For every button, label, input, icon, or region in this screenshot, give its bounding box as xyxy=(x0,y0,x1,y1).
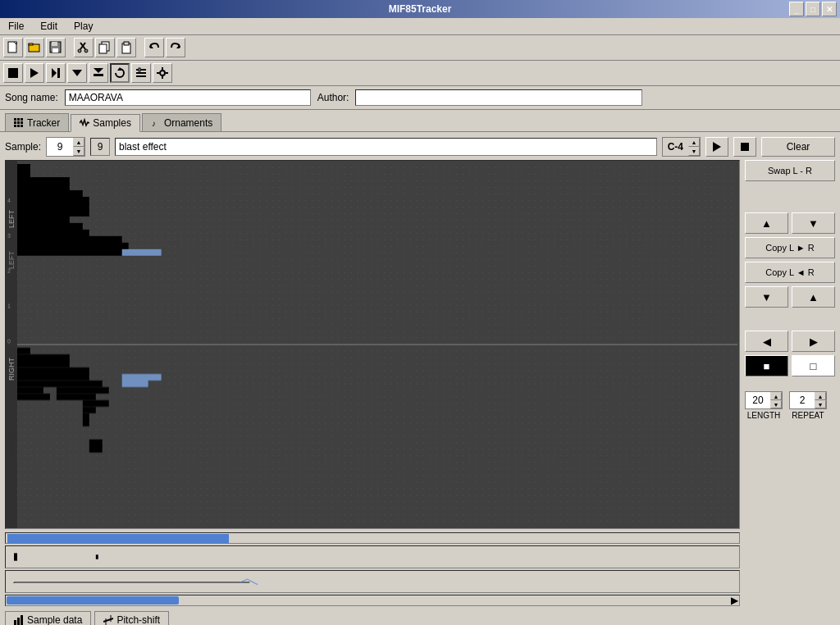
maximize-button[interactable]: □ xyxy=(806,2,820,16)
right-up-button[interactable]: ▲ xyxy=(792,286,835,308)
repeat-down[interactable]: ▼ xyxy=(815,400,826,408)
svg-marker-17 xyxy=(30,68,39,78)
sample-label: Sample: xyxy=(5,141,41,153)
stop-button[interactable] xyxy=(3,63,23,83)
cut-button[interactable] xyxy=(74,38,94,57)
minimize-button[interactable]: _ xyxy=(789,2,804,16)
song-name-input[interactable] xyxy=(65,89,311,106)
tab-ornaments-label: Ornaments xyxy=(164,117,212,129)
sample-number-spinbtns: ▲ ▼ xyxy=(73,138,84,156)
tab-pitch-shift[interactable]: Pitch-shift xyxy=(94,611,169,625)
svg-rect-2 xyxy=(29,43,33,45)
menu-file[interactable]: File xyxy=(3,20,29,33)
clear-button[interactable]: Clear xyxy=(761,137,835,157)
waveform-scrollbar[interactable] xyxy=(5,532,740,544)
menu-edit[interactable]: Edit xyxy=(35,20,62,33)
fill-white-button[interactable]: □ xyxy=(792,355,835,376)
svg-rect-32 xyxy=(166,72,168,74)
svg-rect-33 xyxy=(14,118,16,121)
sample-stop-button[interactable] xyxy=(733,137,756,157)
sample-number-spinbox: 9 ▲ ▼ xyxy=(46,137,85,157)
left-up-button[interactable]: ▲ xyxy=(745,212,788,234)
new-button[interactable] xyxy=(3,38,23,57)
waveform-canvas-wrap[interactable]: LEFT RIGHT xyxy=(5,160,740,529)
settings-button[interactable] xyxy=(153,63,172,83)
length-repeat-row: 20 ▲ ▼ LENGTH 2 ▲ ▼ xyxy=(745,391,835,420)
song-name-label: Song name: xyxy=(5,92,58,103)
song-bar: Song name: Author: xyxy=(0,86,840,110)
svg-rect-11 xyxy=(99,44,107,53)
bottom-tabs: Sample data Pitch-shift xyxy=(5,611,740,625)
play-button[interactable] xyxy=(25,63,44,83)
sample-name-input[interactable] xyxy=(115,138,657,156)
fill-black-button[interactable]: ■ xyxy=(745,355,788,376)
scrollbar-thumb[interactable] xyxy=(7,534,229,544)
svg-rect-19 xyxy=(57,68,60,78)
sample-number-up[interactable]: ▲ xyxy=(73,138,84,147)
svg-rect-44 xyxy=(741,143,749,151)
note-down[interactable]: ▼ xyxy=(688,147,700,156)
length-value[interactable]: 20 xyxy=(746,392,770,408)
close-button[interactable]: ✕ xyxy=(822,2,837,16)
title-buttons: _ □ ✕ xyxy=(789,2,837,16)
sample-number-value[interactable]: 9 xyxy=(47,138,73,156)
copy-button[interactable] xyxy=(95,38,115,57)
repeat-value[interactable]: 2 xyxy=(790,392,815,408)
paste-button[interactable] xyxy=(116,38,136,57)
refresh-button[interactable] xyxy=(110,63,130,83)
svg-rect-40 xyxy=(17,125,20,127)
swap-lr-button[interactable]: Swap L - R xyxy=(745,160,835,181)
right-down-button[interactable]: ▼ xyxy=(745,286,788,308)
redo-button[interactable] xyxy=(166,38,185,57)
left-down-button[interactable]: ▼ xyxy=(792,212,835,234)
menu-bar: File Edit Play xyxy=(0,18,840,35)
length-down[interactable]: ▼ xyxy=(770,400,782,408)
svg-rect-39 xyxy=(14,125,16,127)
save-button[interactable] xyxy=(46,38,66,57)
repeat-up[interactable]: ▲ xyxy=(815,392,826,400)
copy-rl-button[interactable]: Copy L ◄ R xyxy=(745,262,835,283)
scroll-right-arrow[interactable]: ▶ xyxy=(730,596,738,604)
tab-ornaments[interactable]: ♪ Ornaments xyxy=(142,113,221,131)
bottom-scrollbar[interactable]: ▶ xyxy=(5,595,740,606)
svg-rect-4 xyxy=(52,42,57,46)
sample-number-down[interactable]: ▼ xyxy=(73,147,84,156)
svg-rect-13 xyxy=(124,42,129,45)
author-input[interactable] xyxy=(355,89,642,106)
svg-marker-43 xyxy=(713,142,721,152)
repeat-label: REPEAT xyxy=(792,411,824,420)
tab-samples[interactable]: Samples xyxy=(71,114,140,132)
mini-waveform xyxy=(5,545,740,568)
svg-rect-35 xyxy=(21,118,23,121)
waveform-canvas[interactable] xyxy=(6,161,739,528)
note-value[interactable]: C-4 xyxy=(663,138,688,156)
play-loop-button[interactable] xyxy=(46,63,66,83)
note-spinbox: C-4 ▲ ▼ xyxy=(662,137,701,157)
copy-lr-button[interactable]: Copy L ► R xyxy=(745,237,835,258)
svg-marker-18 xyxy=(52,68,57,78)
tab-tracker[interactable]: Tracker xyxy=(5,113,69,131)
note-up[interactable]: ▲ xyxy=(688,138,700,147)
nav-left-button[interactable]: ◀ xyxy=(745,331,788,352)
step-down-button[interactable] xyxy=(67,63,87,83)
repeat-spinbox: 2 ▲ ▼ xyxy=(789,391,827,409)
svg-line-48 xyxy=(103,618,113,622)
nav-right-button[interactable]: ▶ xyxy=(792,331,835,352)
controls-panel: Swap L - R ▲ ▼ Copy L ► R Copy L ◄ R ▼ ▲… xyxy=(745,160,835,625)
menu-play[interactable]: Play xyxy=(69,20,98,33)
svg-point-28 xyxy=(160,71,165,75)
svg-rect-25 xyxy=(136,72,146,74)
tabs-bar: Tracker Samples ♪ Ornaments xyxy=(0,110,840,132)
undo-button[interactable] xyxy=(144,38,164,57)
bottom-scroll-thumb[interactable] xyxy=(7,596,179,604)
title-bar: MIF85Tracker _ □ ✕ xyxy=(0,0,840,18)
svg-rect-41 xyxy=(21,125,23,127)
length-up[interactable]: ▲ xyxy=(770,392,782,400)
step-down-fill-button[interactable] xyxy=(89,63,108,83)
black-white-row: ■ □ xyxy=(745,355,835,376)
open-button[interactable] xyxy=(25,38,44,57)
config-button[interactable] xyxy=(131,63,151,83)
tab-sample-data[interactable]: Sample data xyxy=(5,611,91,625)
sample-play-button[interactable] xyxy=(705,137,728,157)
svg-point-8 xyxy=(78,49,81,52)
